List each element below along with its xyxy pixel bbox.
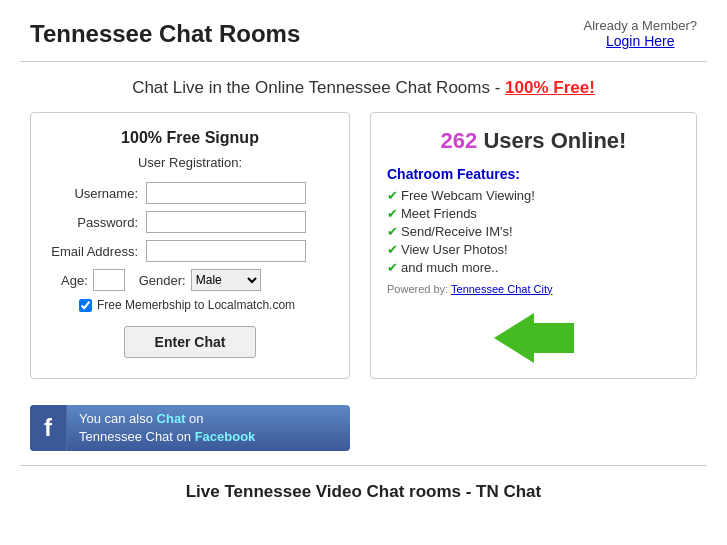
enter-chat-button[interactable]: Enter Chat xyxy=(124,326,257,358)
gender-label: Gender: xyxy=(139,273,186,288)
feature-item-4: ✔View User Photos! xyxy=(387,242,680,257)
login-area: Already a Member? Login Here xyxy=(584,18,697,49)
age-label: Age: xyxy=(61,273,88,288)
feature-item-2: ✔Meet Friends xyxy=(387,206,680,221)
info-box: 262 Users Online! Chatroom Features: ✔Fr… xyxy=(370,112,697,379)
already-member-text: Already a Member? xyxy=(584,18,697,33)
age-gender-row: Age: Gender: Male Female xyxy=(51,269,329,291)
feature-item-3: ✔Send/Receive IM's! xyxy=(387,224,680,239)
email-row: Email Address: xyxy=(51,240,329,262)
green-arrow-icon xyxy=(494,313,574,363)
checkbox-label: Free Memerbship to Localmatch.com xyxy=(97,298,295,312)
users-count: 262 xyxy=(441,128,478,153)
username-label: Username: xyxy=(51,186,146,201)
users-label: Users Online! xyxy=(483,128,626,153)
age-input[interactable] xyxy=(93,269,125,291)
users-online: 262 Users Online! xyxy=(387,127,680,156)
registration-form-box: 100% Free Signup User Registration: User… xyxy=(30,112,350,379)
tagline-main: Chat Live in the Online Tennessee Chat R… xyxy=(132,78,505,97)
header: Tennessee Chat Rooms Already a Member? L… xyxy=(0,0,727,61)
main-content: 100% Free Signup User Registration: User… xyxy=(0,112,727,395)
email-label: Email Address: xyxy=(51,244,146,259)
chatroom-features: Chatroom Features: ✔Free Webcam Viewing!… xyxy=(387,166,680,295)
form-heading: 100% Free Signup xyxy=(51,129,329,147)
features-heading: Chatroom Features: xyxy=(387,166,680,182)
login-link[interactable]: Login Here xyxy=(606,33,675,49)
facebook-bar[interactable]: f You can also Chat on Tennessee Chat on… xyxy=(30,405,350,451)
password-row: Password: xyxy=(51,211,329,233)
facebook-facebook-link: Facebook xyxy=(195,429,256,444)
username-row: Username: xyxy=(51,182,329,204)
checkbox-row: Free Memerbship to Localmatch.com xyxy=(51,298,329,312)
tagline-free: 100% Free! xyxy=(505,78,595,97)
powered-by: Powered by: Tennessee Chat City xyxy=(387,283,680,295)
password-input[interactable] xyxy=(146,211,306,233)
arrow-container xyxy=(387,305,680,363)
form-sub-heading: User Registration: xyxy=(51,155,329,170)
email-input[interactable] xyxy=(146,240,306,262)
tagline: Chat Live in the Online Tennessee Chat R… xyxy=(0,62,727,112)
feature-item-1: ✔Free Webcam Viewing! xyxy=(387,188,680,203)
facebook-icon: f xyxy=(30,405,67,451)
gender-select[interactable]: Male Female xyxy=(191,269,261,291)
powered-by-link[interactable]: Tennessee Chat City xyxy=(451,283,553,295)
facebook-text: You can also Chat on Tennessee Chat on F… xyxy=(67,410,267,446)
localmatch-checkbox[interactable] xyxy=(79,299,92,312)
password-label: Password: xyxy=(51,215,146,230)
site-title: Tennessee Chat Rooms xyxy=(30,20,300,48)
feature-item-5: ✔and much more.. xyxy=(387,260,680,275)
features-list: ✔Free Webcam Viewing! ✔Meet Friends ✔Sen… xyxy=(387,188,680,275)
username-input[interactable] xyxy=(146,182,306,204)
footer-title: Live Tennessee Video Chat rooms - TN Cha… xyxy=(0,466,727,512)
facebook-chat-link: Chat xyxy=(157,411,186,426)
svg-marker-0 xyxy=(494,313,574,363)
